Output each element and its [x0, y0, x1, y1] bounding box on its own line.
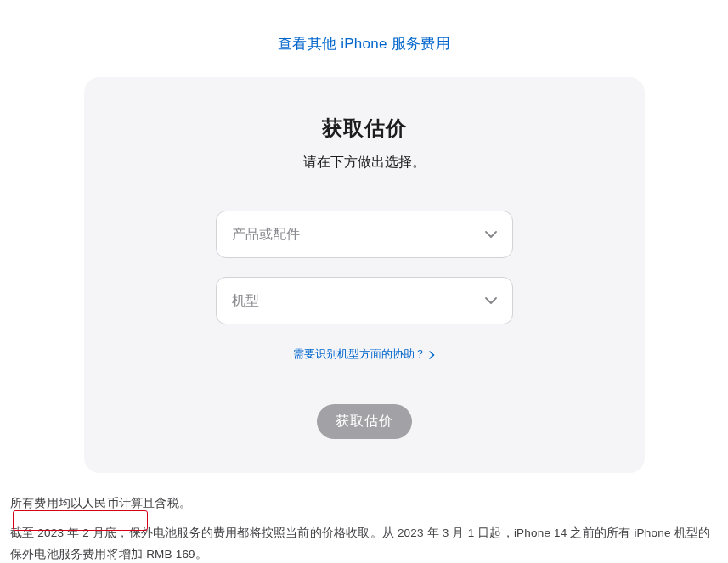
estimate-card: 获取估价 请在下方做出选择。 产品或配件 机型 需要识别机型方面的协助？ 获取估… — [84, 77, 645, 473]
other-services-link[interactable]: 查看其他 iPhone 服务费用 — [278, 36, 450, 52]
identify-model-help-link[interactable]: 需要识别机型方面的协助？ — [293, 346, 435, 362]
model-select-placeholder: 机型 — [232, 292, 259, 310]
chevron-down-icon — [485, 297, 497, 304]
model-select[interactable]: 机型 — [216, 277, 513, 324]
product-select[interactable]: 产品或配件 — [216, 211, 513, 258]
model-select-wrap: 机型 — [216, 277, 513, 324]
footer-line1: 所有费用均以人民币计算且含税。 — [10, 493, 718, 515]
top-link-container: 查看其他 iPhone 服务费用 — [0, 0, 728, 77]
product-select-placeholder: 产品或配件 — [232, 226, 300, 244]
chevron-down-icon — [485, 231, 497, 238]
chevron-right-icon — [429, 351, 435, 359]
help-link-label: 需要识别机型方面的协助？ — [293, 346, 426, 362]
product-select-wrap: 产品或配件 — [216, 211, 513, 258]
footer-note: 所有费用均以人民币计算且含税。 截至 2023 年 2 月底，保外电池服务的费用… — [0, 473, 728, 563]
card-title: 获取估价 — [118, 115, 611, 142]
get-estimate-button[interactable]: 获取估价 — [317, 404, 412, 439]
footer-line2: 截至 2023 年 2 月底，保外电池服务的费用都将按照当前的价格收取。从 20… — [10, 523, 718, 563]
card-subtitle: 请在下方做出选择。 — [118, 154, 611, 172]
